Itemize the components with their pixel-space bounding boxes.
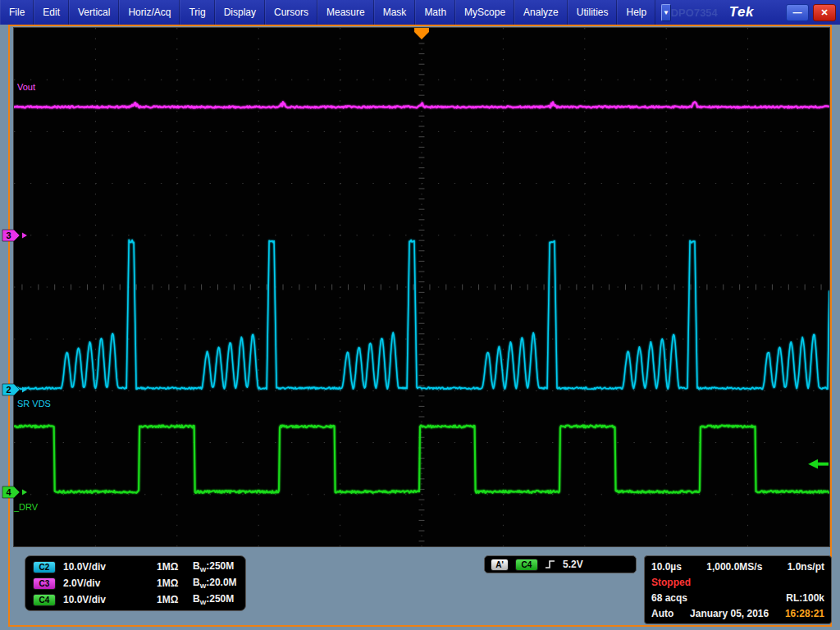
svg-text:4: 4 — [6, 487, 11, 497]
menu-trig[interactable]: Trig — [180, 0, 214, 25]
channel-readout-c2[interactable]: C2 10.0V/div 1MΩ BW:250M — [25, 559, 245, 575]
c3-badge: C3 — [33, 578, 56, 590]
trigger-source-badge: C4 — [515, 559, 538, 571]
channel-readouts: C2 10.0V/div 1MΩ BW:250M C3 2.0V/div 1MΩ… — [25, 555, 246, 611]
menu-vertical[interactable]: Vertical — [69, 0, 119, 25]
menu-dropdown-button[interactable]: ▼ — [661, 4, 671, 21]
c3-bandwidth: BW:20.0M — [193, 577, 237, 590]
menu-cursors[interactable]: Cursors — [265, 0, 317, 25]
c2-bandwidth: BW:250M — [193, 560, 234, 573]
channel-readout-c4[interactable]: C4 10.0V/div 1MΩ BW:250M — [25, 591, 245, 608]
sample-rate: 1,000.0MS/s — [706, 561, 762, 573]
date-readout: January 05, 2016 — [690, 608, 769, 619]
trace-ch4-drv — [14, 425, 829, 492]
close-button[interactable]: ✕ — [813, 4, 836, 21]
minimize-button[interactable]: — — [786, 4, 809, 21]
menu-math[interactable]: Math — [415, 0, 455, 25]
menu-horiz-acq[interactable]: Horiz/Acq — [119, 0, 180, 25]
channel-marker-4[interactable]: 4 — [2, 485, 28, 500]
scope-graticule — [14, 28, 829, 546]
rising-edge-icon — [545, 559, 556, 570]
trace-ch3-vout — [14, 102, 829, 107]
channel-marker-2[interactable]: 2 — [2, 382, 28, 397]
menu-mask[interactable]: Mask — [374, 0, 416, 25]
trigger-level: 5.2V — [563, 559, 583, 570]
svg-text:3: 3 — [6, 231, 11, 240]
c3-impedance: 1MΩ — [157, 578, 191, 589]
c4-scale: 10.0V/div — [63, 594, 134, 605]
timebase: 10.0µs — [651, 561, 682, 573]
c2-scale: 10.0V/div — [63, 561, 134, 573]
c2-impedance: 1MΩ — [157, 561, 191, 573]
c4-bandwidth: BW:250M — [193, 593, 234, 606]
trigger-level-arrow[interactable] — [808, 459, 829, 469]
acq-count: 68 acqs — [651, 592, 687, 604]
model-watermark: DPO7354 — [671, 7, 718, 19]
resolution: 1.0ns/pt — [788, 561, 824, 573]
chevron-down-icon: ▼ — [663, 9, 669, 16]
trigger-mode: Auto — [651, 608, 673, 619]
c3-scale: 2.0V/div — [63, 578, 134, 589]
menu-utilities[interactable]: Utilities — [568, 0, 618, 25]
trace-ch2-srvds — [14, 240, 829, 389]
svg-text:2: 2 — [6, 385, 11, 395]
tek-logo: Tek — [729, 4, 754, 21]
menu-edit[interactable]: Edit — [34, 0, 69, 25]
trigger-readout[interactable]: A' C4 5.2V — [484, 555, 637, 573]
trigger-a-badge: A' — [491, 559, 509, 571]
clock-readout: 16:28:21 — [785, 608, 824, 619]
trigger-position-marker[interactable] — [414, 28, 429, 39]
waveform-display[interactable]: Vout SR VDS _DRV — [13, 27, 830, 547]
menu-bar: File Edit Vertical Horiz/Acq Trig Displa… — [0, 0, 840, 25]
c4-badge: C4 — [33, 594, 56, 606]
menu-measure[interactable]: Measure — [317, 0, 374, 25]
menu-analyze[interactable]: Analyze — [514, 0, 568, 25]
menu-myscope[interactable]: MyScope — [455, 0, 514, 25]
channel-marker-3[interactable]: 3 — [2, 228, 28, 243]
horizontal-readouts[interactable]: 10.0µs 1,000.0MS/s 1.0ns/pt Stopped 68 a… — [644, 555, 832, 624]
acq-status: Stopped — [651, 577, 691, 588]
channel-markers: 3 2 4 — [2, 0, 31, 630]
c2-badge: C2 — [33, 561, 56, 573]
channel-readout-c3[interactable]: C3 2.0V/div 1MΩ BW:20.0M — [25, 575, 245, 591]
menu-help[interactable]: Help — [617, 0, 655, 25]
menu-display[interactable]: Display — [215, 0, 265, 25]
record-length: RL:100k — [786, 592, 824, 604]
c4-impedance: 1MΩ — [157, 594, 191, 605]
